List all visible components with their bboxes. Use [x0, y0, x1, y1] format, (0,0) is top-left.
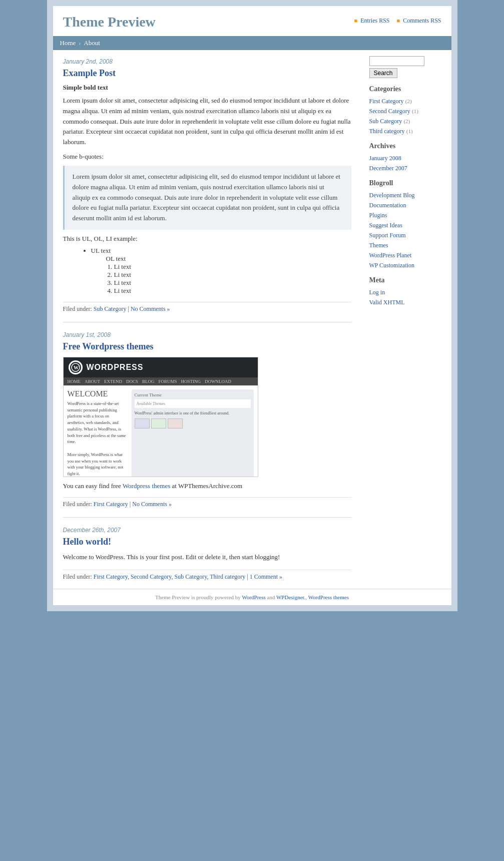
- wp-screenshot: W WORDPRESS HOME ABOUT EXTEND DOCS BLOG …: [63, 357, 258, 477]
- list-item: First Category (2): [369, 97, 443, 105]
- outer-wrapper: Theme Preview ■ Entries RSS ■ Comments R…: [47, 0, 457, 611]
- post3-comments[interactable]: 1 Comment »: [250, 573, 282, 580]
- wp-logo: W: [69, 360, 83, 374]
- list-item: December 2007: [369, 164, 443, 172]
- list-item: Li text: [114, 271, 351, 279]
- blogroll-devblog[interactable]: Development Blog: [369, 192, 415, 199]
- blogroll-wpcustom[interactable]: WP Customization: [369, 262, 415, 269]
- main-layout: January 2nd, 2008 Example Post Simple bo…: [53, 50, 451, 589]
- meta-validxhtml[interactable]: Valid XHTML: [369, 299, 405, 306]
- rss-icon-comments: ■: [396, 18, 400, 24]
- footer-bar: Theme Preview is proudly powered by Word…: [53, 589, 451, 605]
- post1-bquote-intro: Some b-quotes:: [63, 153, 351, 161]
- rss-icon-entries: ■: [354, 18, 357, 24]
- post1-filed-under: Filed under: Sub Category | No Comments …: [63, 302, 351, 313]
- post-helloworld: December 26th, 2007 Hello world! Welcome…: [63, 527, 351, 581]
- header-rss: ■ Entries RSS ■ Comments RSS: [354, 17, 441, 25]
- ol-level: OL text Li text Li text Li text Li text: [106, 255, 351, 295]
- post1-subtitle: Simple bold text: [63, 84, 351, 92]
- post1-category-link[interactable]: Sub Category: [94, 305, 127, 312]
- blogroll-wpplanet[interactable]: WordPress Planet: [369, 252, 412, 259]
- post1-no-comments[interactable]: No Comments »: [131, 305, 170, 312]
- post3-title: Hello world!: [63, 537, 351, 547]
- list-item: January 2008: [369, 154, 443, 162]
- post2-free-text: You can easy find free Wordpress themes …: [63, 482, 351, 490]
- site-title: Theme Preview: [63, 14, 156, 30]
- cat-third[interactable]: Third category: [369, 128, 405, 135]
- nav-separator: ›: [79, 40, 81, 47]
- wp-screenshot-header: W WORDPRESS: [64, 357, 258, 377]
- blogroll-title: Blogroll: [369, 179, 443, 187]
- post1-list-intro: This is UL, OL, LI example:: [63, 235, 351, 243]
- wp-screenshot-nav: HOME ABOUT EXTEND DOCS BLOG FORUMS HOSTI…: [64, 377, 258, 385]
- archives-list: January 2008 December 2007: [369, 154, 443, 172]
- meta-title: Meta: [369, 276, 443, 284]
- entries-rss-link[interactable]: ■ Entries RSS: [354, 17, 389, 25]
- list-item: Sub Category (2): [369, 117, 443, 125]
- post3-cat1[interactable]: First Category: [94, 573, 128, 580]
- wordpress-themes-link[interactable]: Wordpress themes: [123, 482, 170, 490]
- blogroll-suggest[interactable]: Suggest Ideas: [369, 222, 402, 229]
- post3-cat4[interactable]: Third category: [210, 573, 245, 580]
- post1-body: Lorem ipsum dolor sit amet, consectetur …: [63, 96, 351, 148]
- blogroll-themes[interactable]: Themes: [369, 242, 388, 249]
- search-button[interactable]: Search: [369, 68, 397, 78]
- wp-name: WORDPRESS: [87, 363, 144, 372]
- nav-bar: Home › About: [53, 36, 451, 50]
- footer-wp-link[interactable]: WordPress: [242, 594, 265, 600]
- post2-no-comments[interactable]: No Comments »: [132, 501, 172, 508]
- sidebar: Search Categories First Category (2) Sec…: [361, 50, 451, 589]
- post2-title: Free Wordpress themes: [63, 341, 351, 352]
- blogroll-plugins[interactable]: Plugins: [369, 212, 387, 219]
- post1-title-link[interactable]: Example Post: [63, 68, 116, 78]
- post2-title-link[interactable]: Free Wordpress themes: [63, 341, 154, 351]
- categories-title: Categories: [369, 85, 443, 93]
- post3-date: December 26th, 2007: [63, 527, 351, 534]
- wp-body-left: WELCOME WordPress is a state-of-the-art …: [68, 389, 128, 477]
- post3-cat3[interactable]: Sub Category: [175, 573, 207, 580]
- wp-welcome-title: WELCOME: [68, 389, 128, 398]
- wp-body-text: WordPress is a state-of-the-art semantic…: [68, 400, 128, 477]
- nav-about[interactable]: About: [84, 39, 100, 47]
- archive-dec2007[interactable]: December 2007: [369, 165, 407, 172]
- cat-first[interactable]: First Category: [369, 98, 404, 105]
- blogroll-docs[interactable]: Documentation: [369, 202, 406, 209]
- content-area: January 2nd, 2008 Example Post Simple bo…: [53, 50, 361, 589]
- nav-home[interactable]: Home: [60, 39, 76, 47]
- archives-title: Archives: [369, 142, 443, 150]
- post1-date: January 2nd, 2008: [63, 58, 351, 65]
- post2-category-link[interactable]: First Category: [94, 501, 128, 508]
- footer-themes-link[interactable]: WordPress themes: [308, 594, 349, 600]
- post1-title: Example Post: [63, 68, 351, 79]
- blogroll-support[interactable]: Support Forum: [369, 232, 406, 239]
- meta-login[interactable]: Log in: [369, 289, 385, 296]
- list-item: Log in: [369, 288, 443, 296]
- meta-list: Log in Valid XHTML: [369, 288, 443, 306]
- post-freethemes: January 1st, 2008 Free Wordpress themes …: [63, 331, 351, 508]
- search-box: Search: [369, 56, 443, 78]
- comments-rss-link[interactable]: ■ Comments RSS: [396, 17, 441, 25]
- wp-screenshot-body: WELCOME WordPress is a state-of-the-art …: [64, 385, 258, 477]
- categories-list: First Category (2) Second Category (1) S…: [369, 97, 443, 135]
- list-item: Documentation: [369, 201, 443, 209]
- cat-second[interactable]: Second Category: [369, 108, 410, 115]
- post-example: January 2nd, 2008 Example Post Simple bo…: [63, 58, 351, 313]
- cat-sub[interactable]: Sub Category: [369, 118, 402, 125]
- post3-cat2[interactable]: Second Category: [131, 573, 172, 580]
- post1-blockquote: Lorem ipsum dolor sit amet, consectetur …: [63, 166, 351, 230]
- post3-title-link[interactable]: Hello world!: [63, 537, 112, 547]
- list-item: Themes: [369, 241, 443, 249]
- post2-filed-under: Filed under: First Category | No Comment…: [63, 497, 351, 508]
- list-item: Li text: [114, 263, 351, 271]
- footer-wpd-link[interactable]: WPDesigner.: [276, 594, 305, 600]
- blogroll-list: Development Blog Documentation Plugins S…: [369, 191, 443, 269]
- wp-body-right: Current Theme Available Themes WordPress…: [132, 389, 254, 477]
- list-item: Valid XHTML: [369, 298, 443, 306]
- post3-body: Welcome to WordPress. This is your first…: [63, 552, 351, 563]
- search-input[interactable]: [369, 56, 424, 66]
- site-header: Theme Preview ■ Entries RSS ■ Comments R…: [53, 6, 451, 36]
- list-item: Li text: [114, 287, 351, 295]
- list-item: Second Category (1): [369, 107, 443, 115]
- post2-date: January 1st, 2008: [63, 331, 351, 338]
- archive-jan2008[interactable]: January 2008: [369, 155, 401, 162]
